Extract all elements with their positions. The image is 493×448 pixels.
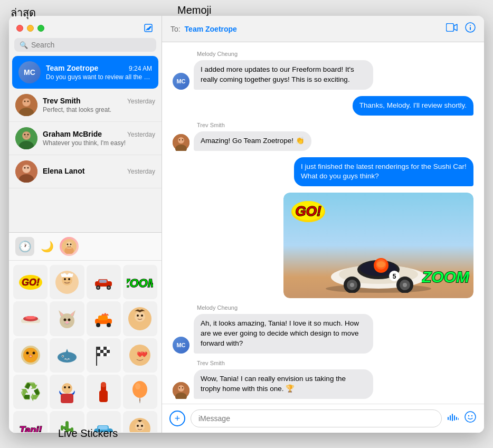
svg-rect-68 bbox=[96, 347, 97, 366]
close-button[interactable] bbox=[16, 25, 23, 32]
sticker-tani-text[interactable]: Tani! bbox=[13, 411, 48, 432]
svg-rect-152 bbox=[458, 418, 459, 420]
right-panel: To: Team Zoetrope bbox=[162, 16, 484, 433]
conv-time-graham-mcbride: Yesterday bbox=[127, 131, 155, 138]
sticker-lion[interactable] bbox=[13, 338, 48, 373]
conversation-item-elena-lanot[interactable]: Elena Lanot Yesterday bbox=[9, 155, 162, 188]
svg-point-121 bbox=[182, 139, 183, 140]
svg-rect-148 bbox=[450, 415, 451, 421]
message-row-2: Thanks, Melody. I'll review shortly. bbox=[173, 96, 473, 116]
audio-button[interactable] bbox=[447, 413, 459, 425]
sticker-tab-recent[interactable]: 🕐 bbox=[15, 237, 34, 256]
info-button[interactable] bbox=[465, 22, 476, 35]
sticker-fire-car[interactable] bbox=[87, 301, 121, 336]
svg-point-88 bbox=[68, 386, 70, 388]
conv-time-elena-lanot: Yesterday bbox=[127, 168, 155, 175]
svg-text:ZOOM: ZOOM bbox=[127, 277, 153, 290]
svg-rect-73 bbox=[107, 347, 110, 350]
svg-point-155 bbox=[471, 415, 472, 416]
message-row-4: I just finished the latest renderings fo… bbox=[173, 157, 473, 187]
sticker-memoji-1[interactable] bbox=[50, 265, 84, 299]
svg-point-21 bbox=[67, 244, 69, 245]
svg-point-10 bbox=[23, 132, 30, 139]
svg-rect-77 bbox=[107, 350, 110, 353]
svg-point-146 bbox=[182, 387, 183, 388]
svg-rect-91 bbox=[101, 382, 106, 387]
sticker-superhero-memoji[interactable] bbox=[50, 375, 84, 409]
input-bar: + bbox=[162, 404, 484, 433]
svg-point-92 bbox=[132, 381, 147, 398]
conv-info-trev-smith: Trev Smith Yesterday Perfect, that looks… bbox=[43, 97, 155, 113]
svg-rect-74 bbox=[97, 350, 100, 353]
sticker-tabs: 🕐 🌙 bbox=[9, 233, 162, 261]
svg-rect-79 bbox=[100, 353, 103, 356]
maximize-button[interactable] bbox=[37, 25, 44, 32]
search-icon: 🔍 bbox=[20, 41, 28, 49]
bubble-4: I just finished the latest renderings fo… bbox=[294, 157, 473, 187]
sticker-memoji-3[interactable] bbox=[123, 411, 157, 432]
messages-area[interactable]: Melody Cheung MC I added more updates to… bbox=[162, 42, 484, 404]
msg-avatar-mc-1: MC bbox=[173, 73, 189, 90]
svg-rect-71 bbox=[100, 347, 103, 350]
chat-header: To: Team Zoetrope bbox=[162, 16, 484, 42]
conv-name-trev-smith: Trev Smith bbox=[43, 97, 81, 105]
sticker-cat[interactable] bbox=[50, 301, 84, 336]
svg-rect-80 bbox=[103, 353, 107, 356]
search-bar[interactable]: 🔍 bbox=[14, 38, 156, 52]
to-label: To: bbox=[170, 25, 181, 33]
message-group-5: Melody Cheung MC Ah, it looks amazing, T… bbox=[173, 304, 473, 354]
message-group-6: Trev Smith Wow, Tania! I can really envi… bbox=[173, 360, 473, 399]
svg-point-61 bbox=[32, 352, 35, 355]
svg-point-115 bbox=[470, 25, 471, 26]
sticker-memoji-2[interactable] bbox=[123, 301, 157, 336]
svg-point-135 bbox=[350, 283, 354, 287]
sticker-heart-eyes-memoji[interactable]: ❤️ ❤️ bbox=[123, 338, 157, 373]
svg-rect-150 bbox=[454, 415, 455, 421]
svg-rect-113 bbox=[447, 24, 454, 32]
sticker-tab-nature[interactable]: 🌙 bbox=[37, 237, 56, 256]
emoji-button[interactable] bbox=[464, 411, 477, 426]
svg-point-6 bbox=[27, 101, 29, 102]
conversation-list: MC Team Zoetrope 9:24 AM Do you guys wan… bbox=[9, 56, 162, 232]
compose-button[interactable] bbox=[143, 22, 154, 34]
sticker-shark[interactable] bbox=[50, 338, 84, 373]
annotation-latest: ล่าสุด bbox=[11, 4, 36, 21]
sticker-sushi[interactable] bbox=[13, 301, 48, 336]
conversation-item-team-zoetrope[interactable]: MC Team Zoetrope 9:24 AM Do you guys wan… bbox=[12, 56, 158, 89]
svg-point-22 bbox=[70, 244, 72, 245]
svg-point-60 bbox=[26, 352, 29, 355]
conv-time-trev-smith: Yesterday bbox=[127, 98, 155, 105]
video-call-button[interactable] bbox=[446, 23, 458, 34]
avatar-trev-smith bbox=[15, 94, 37, 116]
svg-point-132 bbox=[377, 261, 385, 268]
sticker-go[interactable]: GO! bbox=[13, 265, 48, 299]
sticker-checkered-flag[interactable] bbox=[87, 338, 121, 373]
svg-point-67 bbox=[62, 356, 63, 357]
sticker-foam-finger[interactable] bbox=[87, 375, 121, 409]
sushi-car-image: GO! bbox=[283, 193, 473, 298]
message-group-3: Trev Smith Amazing! Go Team Zoetrope! 👏 bbox=[173, 122, 473, 151]
svg-text:5: 5 bbox=[393, 273, 396, 280]
minimize-button[interactable] bbox=[27, 25, 34, 32]
svg-point-29 bbox=[68, 278, 70, 280]
sticker-recycle[interactable]: ♻️ bbox=[13, 375, 48, 409]
svg-point-118 bbox=[178, 137, 184, 144]
sticker-zoom[interactable]: ZOOM bbox=[123, 265, 157, 299]
sticker-race-car[interactable] bbox=[87, 265, 121, 299]
svg-text:GO!: GO! bbox=[22, 277, 40, 288]
annotation-memoji: Memoji bbox=[177, 4, 211, 16]
message-row-6: Wow, Tania! I can really envision us tak… bbox=[173, 369, 473, 399]
app-window: 🔍 MC Team Zoetrope 9:24 AM Do you guys w… bbox=[9, 16, 484, 433]
message-group-1: Melody Cheung MC I added more updates to… bbox=[173, 51, 473, 90]
add-button[interactable]: + bbox=[169, 411, 185, 426]
svg-rect-149 bbox=[452, 414, 453, 421]
message-row-3: Amazing! Go Team Zoetrope! 👏 bbox=[173, 131, 473, 151]
svg-point-49 bbox=[65, 321, 69, 323]
conv-preview-graham-mcbride: Whatever you think, I'm easy! bbox=[43, 139, 155, 147]
conversation-item-trev-smith[interactable]: Trev Smith Yesterday Perfect, that looks… bbox=[9, 89, 162, 122]
sticker-tab-memoji[interactable] bbox=[60, 237, 79, 256]
sticker-balloon[interactable] bbox=[123, 375, 157, 409]
conversation-item-graham-mcbride[interactable]: Graham McBride Yesterday Whatever you th… bbox=[9, 122, 162, 155]
message-input[interactable] bbox=[191, 409, 442, 427]
search-input[interactable] bbox=[31, 41, 151, 49]
